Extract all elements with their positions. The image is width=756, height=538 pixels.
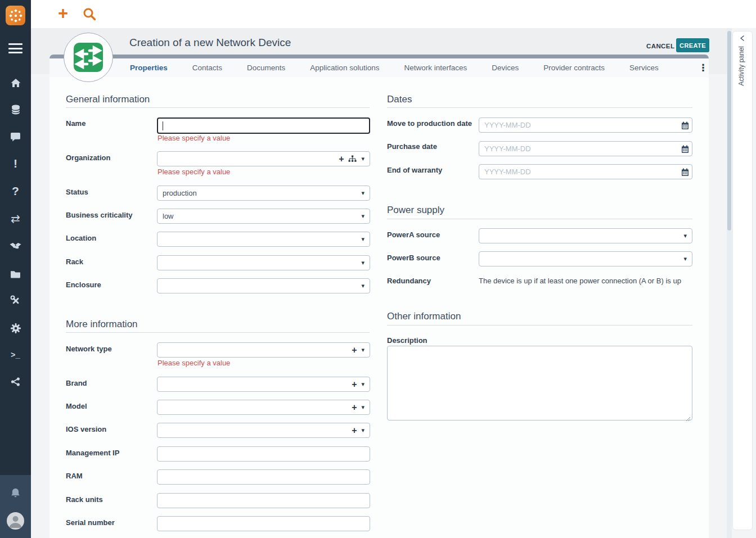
- purchase-date-input[interactable]: [479, 141, 692, 156]
- divider: [387, 325, 692, 325]
- business-criticality-value: low: [163, 212, 357, 220]
- business-criticality-select[interactable]: low ▾: [157, 209, 370, 224]
- power-b-label: PowerB source: [387, 254, 440, 262]
- rack-units-input[interactable]: [157, 493, 370, 508]
- organization-add-icon[interactable]: +: [339, 155, 344, 164]
- global-search-icon[interactable]: [82, 7, 97, 21]
- rack-select[interactable]: ▾: [157, 255, 370, 270]
- organization-select[interactable]: + ▾: [157, 151, 370, 166]
- tab-documents[interactable]: Documents: [247, 64, 285, 72]
- database-icon[interactable]: [0, 101, 31, 119]
- activity-panel-collapsed[interactable]: Activity panel: [732, 31, 753, 530]
- app-logo-icon[interactable]: [6, 6, 25, 25]
- organization-error: Please specify a value: [158, 168, 230, 176]
- status-label: Status: [66, 188, 88, 196]
- network-type-label: Network type: [66, 345, 112, 353]
- tab-services[interactable]: Services: [629, 64, 659, 72]
- end-of-warranty-input[interactable]: [479, 164, 692, 179]
- rack-units-label: Rack units: [66, 495, 103, 504]
- power-a-select[interactable]: ▾: [479, 228, 692, 243]
- enclosure-select[interactable]: ▾: [157, 278, 370, 293]
- serial-number-input[interactable]: [157, 516, 370, 531]
- cancel-button[interactable]: CANCEL: [643, 40, 678, 52]
- enclosure-label: Enclosure: [66, 281, 101, 289]
- vertical-scrollbar-thumb[interactable]: [727, 31, 731, 230]
- folder-icon[interactable]: [0, 265, 31, 283]
- organization-hierarchy-icon[interactable]: [348, 155, 357, 162]
- activity-panel-label: Activity panel: [737, 46, 745, 86]
- chevron-left-icon[interactable]: [739, 34, 746, 44]
- home-icon[interactable]: [0, 74, 31, 92]
- location-select[interactable]: ▾: [157, 232, 370, 247]
- bell-icon[interactable]: [0, 484, 31, 502]
- network-type-error: Please specify a value: [158, 359, 230, 367]
- network-type-add-icon[interactable]: +: [352, 346, 357, 355]
- brand-select[interactable]: + ▾: [157, 377, 370, 392]
- end-of-warranty-label: End of warranty: [387, 166, 442, 174]
- business-criticality-label: Business criticality: [66, 211, 133, 219]
- brand-label: Brand: [66, 379, 87, 387]
- gear-icon[interactable]: [0, 319, 31, 337]
- power-b-select[interactable]: ▾: [479, 251, 692, 266]
- tabs-overflow-menu-icon[interactable]: ⋮: [698, 58, 709, 77]
- section-more-information: More information: [66, 319, 138, 330]
- chevron-down-icon: ▾: [361, 213, 364, 220]
- transfer-glyph: ⇄: [11, 212, 20, 225]
- ios-version-select[interactable]: + ▾: [157, 423, 370, 438]
- tab-properties[interactable]: Properties: [130, 64, 168, 72]
- menu-toggle-icon[interactable]: [8, 43, 22, 53]
- status-value: production: [163, 189, 357, 197]
- share-icon[interactable]: [0, 373, 31, 391]
- tab-contacts[interactable]: Contacts: [192, 64, 222, 72]
- tab-bar: Properties Contacts Documents Applicatio…: [50, 58, 709, 77]
- description-textarea[interactable]: [387, 346, 692, 421]
- chevron-down-icon: ▾: [361, 236, 364, 243]
- new-object-plus-icon[interactable]: +: [55, 2, 71, 25]
- divider: [66, 332, 370, 333]
- redundancy-label: Redundancy: [387, 277, 431, 285]
- brand-add-icon[interactable]: +: [352, 380, 357, 389]
- tools-icon[interactable]: [0, 292, 31, 310]
- handshake-icon[interactable]: [0, 237, 31, 255]
- top-toolbar: +: [31, 0, 756, 28]
- chevron-down-icon: ▾: [361, 189, 364, 197]
- sidebar: ! ? ⇄: [0, 0, 31, 538]
- exclamation-icon[interactable]: !: [0, 155, 31, 173]
- page-title: Creation of a new Network Device: [129, 37, 291, 49]
- transfer-arrows-icon[interactable]: ⇄: [0, 210, 31, 228]
- tab-provider-contracts[interactable]: Provider contracts: [543, 64, 605, 72]
- section-power-supply: Power supply: [387, 205, 444, 216]
- ram-label: RAM: [66, 472, 83, 480]
- ios-version-add-icon[interactable]: +: [352, 426, 357, 435]
- snowflake-logo-glyph: [8, 8, 23, 23]
- tab-network-interfaces[interactable]: Network interfaces: [404, 64, 467, 72]
- purchase-date-label: Purchase date: [387, 142, 437, 151]
- text-cursor: [163, 121, 163, 130]
- move-to-production-date-input[interactable]: [479, 117, 692, 133]
- tab-devices[interactable]: Devices: [492, 64, 519, 72]
- chat-bubble-icon[interactable]: [0, 128, 31, 146]
- status-select[interactable]: production ▾: [157, 186, 370, 201]
- question-icon[interactable]: ?: [0, 182, 31, 200]
- chevron-down-icon: ▾: [361, 259, 364, 266]
- panel-top-accent: [50, 55, 709, 58]
- exclamation-glyph: !: [14, 157, 17, 170]
- divider: [387, 219, 692, 219]
- create-button[interactable]: CREATE: [676, 38, 709, 52]
- user-avatar-icon[interactable]: [7, 512, 24, 530]
- question-glyph: ?: [12, 184, 19, 198]
- model-add-icon[interactable]: +: [352, 403, 357, 412]
- chevron-down-icon: ▾: [361, 404, 364, 411]
- tab-application-solutions[interactable]: Application solutions: [310, 64, 379, 72]
- chevron-down-icon: ▾: [361, 346, 364, 354]
- management-ip-input[interactable]: [157, 446, 370, 462]
- ram-input[interactable]: [157, 469, 370, 485]
- model-label: Model: [66, 402, 87, 410]
- name-input[interactable]: [157, 117, 370, 134]
- terminal-icon[interactable]: >_: [0, 346, 31, 364]
- chevron-down-icon: ▾: [361, 381, 364, 388]
- model-select[interactable]: + ▾: [157, 400, 370, 415]
- network-type-select[interactable]: + ▾: [157, 342, 370, 358]
- power-a-label: PowerA source: [387, 230, 440, 239]
- ios-version-label: IOS version: [66, 425, 106, 433]
